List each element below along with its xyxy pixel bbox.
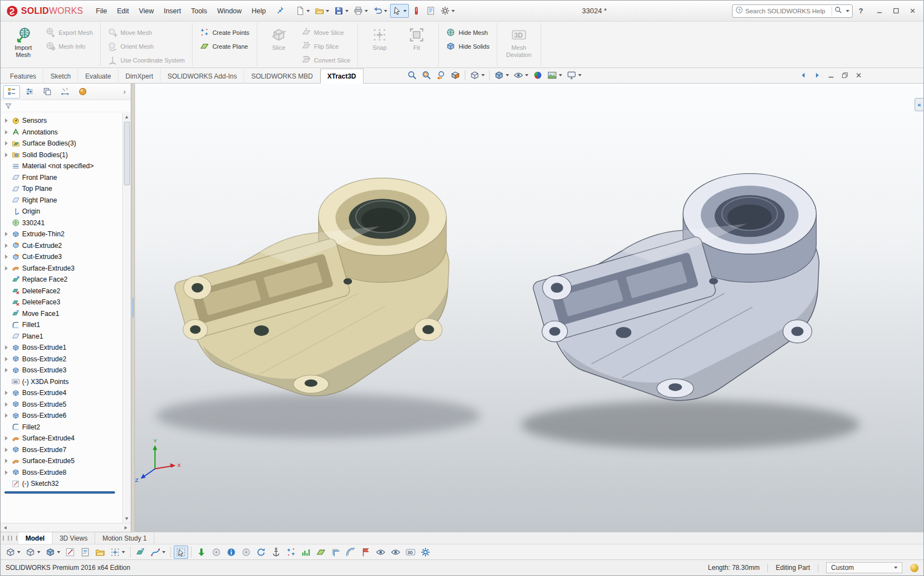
tree-item-cut-extrude3[interactable]: Cut-Extrude3 [3, 251, 122, 263]
badge-3d-button-27[interactable]: 3D [403, 546, 418, 559]
tree-item-sketch32[interactable]: (-) Sketch32 [3, 478, 122, 490]
open-button-5[interactable] [93, 546, 107, 559]
apply-scene-button[interactable] [546, 69, 564, 81]
tree-item-extrude-thin2[interactable]: Extrude-Thin2 [3, 229, 122, 240]
pin-toolbar-toggle[interactable] [276, 6, 284, 16]
expand-arrow[interactable] [3, 141, 9, 147]
dimxpertmanager-tab[interactable] [56, 85, 73, 98]
panel-tabs-overflow[interactable]: › [121, 88, 128, 96]
tree-item-front-plane[interactable]: Front Plane [3, 172, 122, 184]
scroll-left-arrow[interactable] [2, 525, 9, 531]
graphics-area[interactable]: Y X Z [135, 84, 923, 532]
tree-vertical-scrollbar[interactable] [122, 113, 131, 523]
tab-solidworks-add-ins[interactable]: SOLIDWORKS Add-Ins [160, 69, 244, 84]
menu-file[interactable]: File [91, 5, 112, 17]
view-orientation-button-0[interactable] [3, 546, 23, 559]
display-style-button[interactable] [492, 69, 511, 81]
tree-item-replace-face2[interactable]: Replace Face2 [3, 274, 122, 286]
expand-arrow[interactable] [3, 447, 9, 453]
create-points-button[interactable]: Create Points [198, 27, 252, 38]
expand-arrow[interactable] [3, 390, 9, 396]
restore-button[interactable] [839, 70, 851, 81]
snap-button-6[interactable] [108, 546, 127, 559]
sketch-button-3[interactable] [63, 546, 77, 559]
menu-help[interactable]: Help [247, 5, 271, 17]
tree-item-right-plane[interactable]: Right Plane [3, 195, 122, 206]
redo-button-17[interactable] [254, 546, 268, 559]
expand-arrow[interactable] [3, 118, 9, 124]
expand-arrow[interactable] [3, 356, 9, 362]
close-button[interactable] [853, 70, 865, 81]
select-box-button-11[interactable] [174, 546, 188, 559]
help-search-box[interactable]: ? [732, 4, 853, 18]
create-plane-button[interactable]: Create Plane [198, 40, 252, 52]
tree-horizontal-scrollbar[interactable] [1, 523, 131, 532]
edit-appearance-button[interactable] [531, 69, 544, 81]
tab-xtract3d[interactable]: XTract3D [320, 69, 364, 84]
tab-features[interactable]: Features [3, 69, 43, 84]
view-settings-button[interactable] [565, 69, 583, 81]
rollback-bar[interactable] [4, 491, 115, 494]
file-properties-button[interactable] [424, 4, 438, 18]
expand-arrow[interactable] [3, 129, 9, 135]
tree-item-fillet1[interactable]: Fillet1 [3, 319, 122, 331]
print-button[interactable] [351, 4, 370, 18]
expand-arrow[interactable] [3, 254, 9, 260]
expand-arrow[interactable] [3, 413, 9, 419]
minimize-button[interactable] [825, 70, 837, 81]
search-dropdown-caret[interactable] [846, 10, 849, 12]
menu-view[interactable]: View [134, 5, 159, 17]
panel-splitter[interactable] [131, 84, 135, 532]
expand-arrow[interactable] [3, 401, 9, 407]
create-plane-button-21[interactable] [314, 546, 328, 559]
zoom-to-area-button[interactable] [420, 69, 433, 81]
columns-green-button-20[interactable] [299, 546, 313, 559]
expand-arrow[interactable] [3, 231, 9, 237]
task-pane-collapse-tab[interactable] [915, 98, 923, 111]
menu-insert[interactable]: Insert [159, 5, 186, 17]
view-tab-model[interactable]: Model [18, 532, 53, 544]
scrollbar-thumb[interactable] [124, 122, 130, 185]
close-window-button[interactable] [905, 4, 920, 18]
open-button[interactable] [313, 4, 331, 18]
tree-item-plane1[interactable]: Plane1 [3, 331, 122, 343]
scroll-right-arrow[interactable] [122, 525, 129, 531]
view-tab-3d-views[interactable]: 3D Views [53, 532, 95, 544]
hide-solids-button[interactable]: Hide Solids [444, 40, 492, 52]
tree-item-surface-bodies-3[interactable]: Surface Bodies(3) [3, 138, 122, 149]
tree-item-annotations[interactable]: Annotations [3, 127, 122, 138]
tree-item-fillet2[interactable]: Fillet2 [3, 422, 122, 433]
help-button[interactable]: ? [854, 7, 868, 15]
maximize-window-button[interactable] [888, 4, 904, 18]
cad-model[interactable] [521, 174, 859, 449]
tree-item-surface-extrude5[interactable]: Surface-Extrude5 [3, 455, 122, 467]
hide-mesh-button[interactable]: Hide Mesh [444, 27, 492, 38]
expand-arrow[interactable] [3, 345, 9, 351]
help-search-input[interactable] [745, 8, 829, 14]
display-style-button-2[interactable] [43, 546, 63, 559]
hide-show-items-button-26[interactable] [388, 546, 403, 559]
expand-arrow[interactable] [3, 435, 9, 442]
tab-splitter-grip[interactable] [10, 532, 18, 544]
tree-item-solid-bodies-1[interactable]: Solid Bodies(1) [3, 149, 122, 161]
units-dropdown[interactable]: Custom [826, 562, 902, 573]
undo-button[interactable] [371, 4, 390, 18]
tree-item-deleteface2[interactable]: DeleteFace2 [3, 286, 122, 297]
hide-show-items-button[interactable] [512, 69, 530, 81]
tree-item-deleteface3[interactable]: DeleteFace3 [3, 297, 122, 308]
options-gear-blue-button-28[interactable] [418, 546, 433, 559]
mesh-model[interactable] [156, 178, 480, 438]
expand-arrow[interactable] [3, 265, 9, 271]
import-mesh-button[interactable]: Import Mesh [7, 25, 40, 59]
convert-entities-button-22[interactable] [329, 546, 343, 559]
expand-arrow[interactable] [3, 152, 9, 158]
tree-item-boss-extrude2[interactable]: Boss-Extrude2 [3, 354, 122, 365]
zoom-to-fit-button[interactable] [406, 69, 419, 81]
tree-item-material-not-specified[interactable]: Material <not specified> [3, 160, 122, 172]
anchor-button-18[interactable] [269, 546, 283, 559]
tree-item-boss-extrude4[interactable]: Boss-Extrude4 [3, 387, 122, 399]
tree-item-sensors[interactable]: Sensors [3, 115, 122, 127]
menu-edit[interactable]: Edit [112, 5, 134, 17]
spline-button-9[interactable] [148, 546, 168, 559]
graphics-scene[interactable]: Y X Z [135, 84, 923, 532]
